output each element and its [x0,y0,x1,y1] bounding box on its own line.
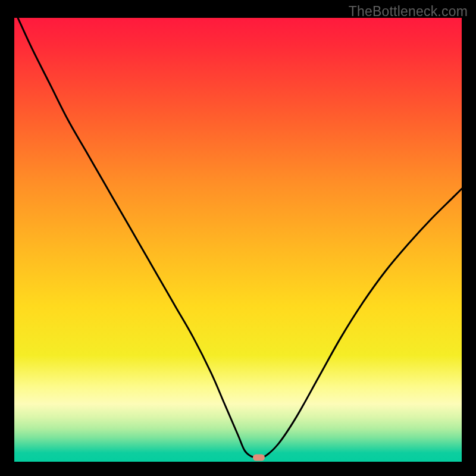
chart-frame: TheBottleneck.com [0,0,476,476]
plot-area [14,18,462,462]
gradient-background [14,18,462,462]
minimum-marker [253,455,265,461]
watermark-text: TheBottleneck.com [349,4,468,20]
